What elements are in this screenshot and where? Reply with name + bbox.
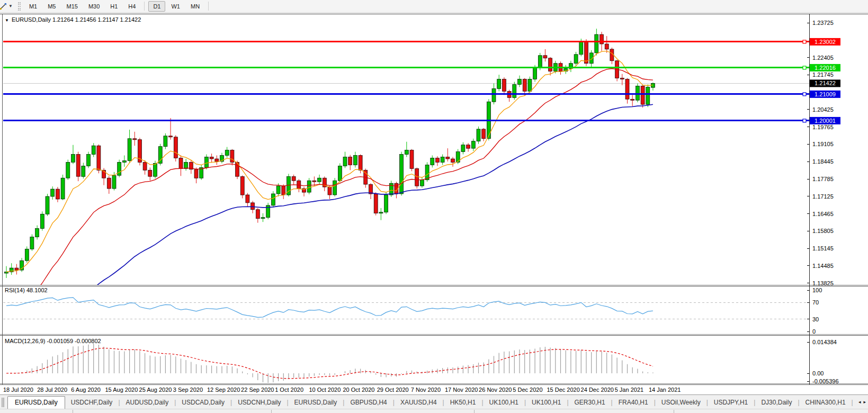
- chart-dropdown-icon[interactable]: ▼: [5, 18, 9, 23]
- line-styles-icon-glyph: [0, 3, 7, 10]
- date-label: 18 Jul 2020: [3, 387, 33, 393]
- chart-tab-usdcad-daily[interactable]: USDCAD,Daily: [176, 397, 230, 409]
- svg-text:1.23725: 1.23725: [812, 20, 834, 26]
- svg-text:1.21422: 1.21422: [815, 80, 836, 86]
- chart-background: [0, 14, 868, 394]
- date-label: 7 Nov 2020: [411, 387, 441, 393]
- chart-tab-gbpusd-h4[interactable]: GBPUSD,H4: [344, 397, 392, 409]
- toolbar-separator: [208, 2, 209, 11]
- date-label: 10 Oct 2020: [309, 387, 341, 393]
- date-label: 1 Oct 2020: [275, 387, 303, 393]
- svg-text:70: 70: [812, 299, 819, 306]
- timeframe-button-h4[interactable]: H4: [123, 1, 140, 12]
- chart-tab-hk50-h1[interactable]: HK50,H1: [444, 397, 482, 409]
- date-label: 28 Jul 2020: [37, 387, 67, 393]
- date-label: 6 Aug 2020: [71, 387, 101, 393]
- date-label: 22 Sep 2020: [241, 387, 274, 393]
- svg-text:1.19105: 1.19105: [812, 141, 834, 147]
- date-label: 5 Dec 2020: [513, 387, 542, 393]
- timeframe-button-d1[interactable]: D1: [148, 1, 165, 12]
- date-label: 14 Jan 2021: [649, 387, 681, 393]
- chart-tab-uk100-h1[interactable]: UK100,H1: [484, 397, 524, 409]
- svg-text:1.15145: 1.15145: [812, 245, 834, 252]
- date-label: 20 Oct 2020: [343, 387, 375, 393]
- svg-text:-0.005396: -0.005396: [812, 378, 839, 384]
- svg-text:1.14485: 1.14485: [812, 263, 834, 269]
- chart-tab-usdcnh-daily[interactable]: USDCNH,Daily: [232, 397, 287, 409]
- svg-text:1.19765: 1.19765: [812, 124, 834, 130]
- chart-tab-fra40-h1[interactable]: FRA40,H1: [613, 397, 654, 409]
- svg-text:1.20425: 1.20425: [812, 106, 834, 113]
- chart-tab-eurusd-daily[interactable]: EURUSD,Daily: [7, 396, 65, 409]
- svg-text:1.21009: 1.21009: [815, 91, 836, 97]
- date-label: 24 Dec 2020: [581, 387, 614, 393]
- chart-tab-ger30-h1[interactable]: GER30,H1: [569, 397, 611, 409]
- timeframe-button-h1[interactable]: H1: [105, 1, 122, 12]
- toolbar-grip[interactable]: [18, 2, 21, 11]
- tab-scroll-left-icon[interactable]: ◂: [858, 399, 861, 405]
- timeframe-button-m5[interactable]: M5: [43, 1, 60, 12]
- date-label: 15 Aug 2020: [105, 387, 138, 393]
- timeframe-toolbar: ▼ M1M5M15M30H1H4D1W1MN: [0, 0, 868, 13]
- timeframe-button-mn[interactable]: MN: [186, 1, 204, 12]
- date-label: 26 Nov 2020: [479, 387, 512, 393]
- svg-text:1.21745: 1.21745: [812, 71, 834, 78]
- timeframe-button-m1[interactable]: M1: [24, 1, 42, 12]
- svg-text:1.17785: 1.17785: [812, 176, 834, 182]
- chart-tab-eurusd-daily[interactable]: EURUSD,Daily: [289, 397, 343, 409]
- timeframe-buttons: M1M5M15M30H1H4D1W1MN: [24, 1, 212, 12]
- chart-tab-dj30-daily[interactable]: DJ30,Daily: [755, 397, 798, 409]
- chart-tabs: EURUSD,DailyUSDCHF,Daily|AUDUSD,Daily|US…: [7, 395, 857, 409]
- chart-tab-xauusd-h4[interactable]: XAUUSD,H4: [395, 397, 443, 409]
- date-label: 17 Nov 2020: [445, 387, 478, 393]
- timeframe-button-m30[interactable]: M30: [84, 1, 104, 12]
- date-label: 25 Aug 2020: [139, 387, 172, 393]
- svg-text:100: 100: [812, 287, 822, 293]
- svg-text:1.18445: 1.18445: [812, 158, 834, 165]
- tab-scroll-buttons: ◂ ▸: [857, 395, 868, 409]
- date-label: 29 Oct 2020: [377, 387, 409, 393]
- svg-text:1.22405: 1.22405: [812, 55, 834, 61]
- date-label: 15 Dec 2020: [547, 387, 579, 393]
- chart-tab-usdjpy-h1[interactable]: USDJPY,H1: [708, 397, 754, 409]
- dropdown-caret-icon[interactable]: ▼: [8, 4, 13, 8]
- svg-text:1.23002: 1.23002: [815, 39, 836, 45]
- svg-text:1.16465: 1.16465: [812, 211, 834, 217]
- current-price-badge: 1.21422: [810, 79, 840, 87]
- tab-scroll-right-icon[interactable]: ▸: [863, 399, 866, 405]
- date-label: 12 Sep 2020: [207, 387, 240, 393]
- svg-text:1.22016: 1.22016: [815, 65, 836, 71]
- chart-tab-usoil[interactable]: USOil,: [853, 397, 857, 409]
- timeframe-button-w1[interactable]: W1: [166, 1, 185, 12]
- chart-tab-uk100-h1[interactable]: UK100,H1: [526, 397, 567, 409]
- chart-tab-usdchf-daily[interactable]: USDCHF,Daily: [65, 397, 119, 409]
- timeframe-button-m15[interactable]: M15: [61, 1, 82, 12]
- svg-text:1.20001: 1.20001: [815, 118, 836, 124]
- svg-text:0.00: 0.00: [812, 370, 824, 376]
- chart-tab-audusd-daily[interactable]: AUDUSD,Daily: [120, 397, 175, 409]
- statusbar-divider: [674, 410, 674, 413]
- price-chart-canvas[interactable]: 1.237251.224051.217451.204251.197651.191…: [0, 14, 868, 394]
- toolbar-separator: [144, 2, 145, 11]
- chart-tabs-bar: EURUSD,DailyUSDCHF,Daily|AUDUSD,Daily|US…: [0, 394, 868, 409]
- svg-text:30: 30: [812, 316, 819, 322]
- statusbar-divider: [73, 410, 73, 413]
- chart-tab-china300-h1[interactable]: CHINA300,H1: [800, 397, 852, 409]
- statusbar-divider: [474, 410, 475, 413]
- chart-tab-usoil-weekly[interactable]: USOil,Weekly: [656, 397, 706, 409]
- svg-text:0.014384: 0.014384: [812, 339, 837, 345]
- svg-text:1.17125: 1.17125: [812, 193, 834, 200]
- line-styles-icon[interactable]: [0, 2, 7, 11]
- date-label: 3 Sep 2020: [173, 387, 203, 393]
- tabbar-grip[interactable]: [2, 398, 4, 407]
- svg-text:1.15805: 1.15805: [812, 228, 834, 234]
- status-bar: [0, 409, 868, 413]
- statusbar-divider: [271, 410, 272, 413]
- chart-window[interactable]: 1.237251.224051.217451.204251.197651.191…: [0, 14, 868, 394]
- date-label: 5 Jan 2021: [615, 387, 643, 393]
- svg-text:1.13825: 1.13825: [812, 280, 834, 286]
- svg-text:0: 0: [812, 328, 816, 335]
